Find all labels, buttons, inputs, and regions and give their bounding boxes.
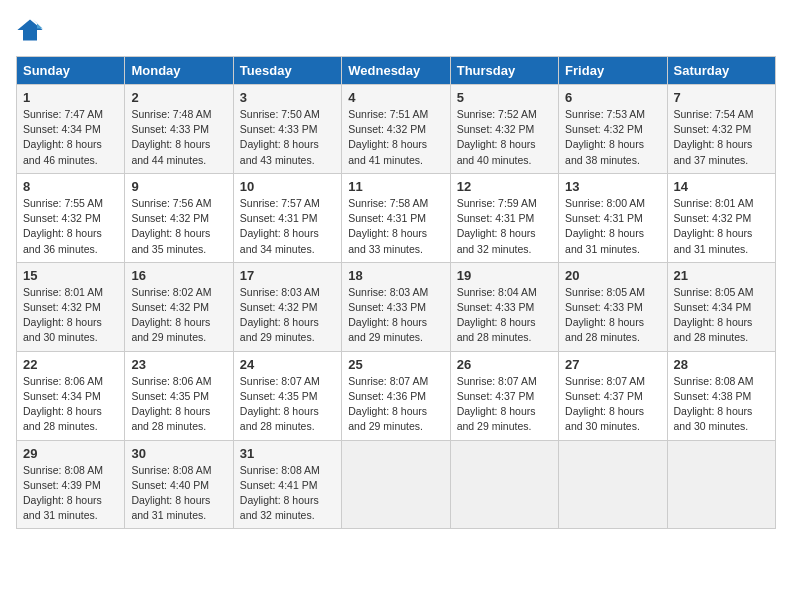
day-number: 25: [348, 357, 443, 372]
calendar-cell: 30Sunrise: 8:08 AMSunset: 4:40 PMDayligh…: [125, 440, 233, 529]
calendar-cell: [667, 440, 775, 529]
cell-content: Sunrise: 7:52 AMSunset: 4:32 PMDaylight:…: [457, 107, 552, 168]
calendar-cell: 2Sunrise: 7:48 AMSunset: 4:33 PMDaylight…: [125, 85, 233, 174]
day-number: 28: [674, 357, 769, 372]
day-number: 16: [131, 268, 226, 283]
day-number: 19: [457, 268, 552, 283]
day-number: 17: [240, 268, 335, 283]
logo-icon: [16, 16, 44, 44]
day-number: 14: [674, 179, 769, 194]
header-cell: Friday: [559, 57, 667, 85]
cell-content: Sunrise: 8:04 AMSunset: 4:33 PMDaylight:…: [457, 285, 552, 346]
calendar-cell: 29Sunrise: 8:08 AMSunset: 4:39 PMDayligh…: [17, 440, 125, 529]
cell-content: Sunrise: 8:07 AMSunset: 4:37 PMDaylight:…: [565, 374, 660, 435]
day-number: 26: [457, 357, 552, 372]
cell-content: Sunrise: 7:56 AMSunset: 4:32 PMDaylight:…: [131, 196, 226, 257]
calendar-cell: 13Sunrise: 8:00 AMSunset: 4:31 PMDayligh…: [559, 173, 667, 262]
day-number: 23: [131, 357, 226, 372]
calendar-cell: 31Sunrise: 8:08 AMSunset: 4:41 PMDayligh…: [233, 440, 341, 529]
cell-content: Sunrise: 7:48 AMSunset: 4:33 PMDaylight:…: [131, 107, 226, 168]
calendar-cell: 12Sunrise: 7:59 AMSunset: 4:31 PMDayligh…: [450, 173, 558, 262]
cell-content: Sunrise: 8:03 AMSunset: 4:33 PMDaylight:…: [348, 285, 443, 346]
cell-content: Sunrise: 8:08 AMSunset: 4:38 PMDaylight:…: [674, 374, 769, 435]
calendar-cell: 18Sunrise: 8:03 AMSunset: 4:33 PMDayligh…: [342, 262, 450, 351]
day-number: 9: [131, 179, 226, 194]
week-row: 15Sunrise: 8:01 AMSunset: 4:32 PMDayligh…: [17, 262, 776, 351]
cell-content: Sunrise: 8:07 AMSunset: 4:35 PMDaylight:…: [240, 374, 335, 435]
calendar-cell: 6Sunrise: 7:53 AMSunset: 4:32 PMDaylight…: [559, 85, 667, 174]
calendar-cell: 19Sunrise: 8:04 AMSunset: 4:33 PMDayligh…: [450, 262, 558, 351]
header-cell: Thursday: [450, 57, 558, 85]
day-number: 18: [348, 268, 443, 283]
cell-content: Sunrise: 8:06 AMSunset: 4:35 PMDaylight:…: [131, 374, 226, 435]
calendar-cell: 14Sunrise: 8:01 AMSunset: 4:32 PMDayligh…: [667, 173, 775, 262]
calendar-table: SundayMondayTuesdayWednesdayThursdayFrid…: [16, 56, 776, 529]
cell-content: Sunrise: 8:07 AMSunset: 4:37 PMDaylight:…: [457, 374, 552, 435]
cell-content: Sunrise: 8:08 AMSunset: 4:40 PMDaylight:…: [131, 463, 226, 524]
header-cell: Tuesday: [233, 57, 341, 85]
day-number: 6: [565, 90, 660, 105]
day-number: 20: [565, 268, 660, 283]
svg-marker-0: [17, 20, 42, 41]
day-number: 30: [131, 446, 226, 461]
calendar-cell: 21Sunrise: 8:05 AMSunset: 4:34 PMDayligh…: [667, 262, 775, 351]
day-number: 29: [23, 446, 118, 461]
cell-content: Sunrise: 8:06 AMSunset: 4:34 PMDaylight:…: [23, 374, 118, 435]
day-number: 7: [674, 90, 769, 105]
calendar-cell: [559, 440, 667, 529]
header-row: SundayMondayTuesdayWednesdayThursdayFrid…: [17, 57, 776, 85]
day-number: 15: [23, 268, 118, 283]
logo: [16, 16, 48, 44]
cell-content: Sunrise: 8:08 AMSunset: 4:41 PMDaylight:…: [240, 463, 335, 524]
calendar-cell: 22Sunrise: 8:06 AMSunset: 4:34 PMDayligh…: [17, 351, 125, 440]
cell-content: Sunrise: 7:53 AMSunset: 4:32 PMDaylight:…: [565, 107, 660, 168]
week-row: 1Sunrise: 7:47 AMSunset: 4:34 PMDaylight…: [17, 85, 776, 174]
calendar-cell: 28Sunrise: 8:08 AMSunset: 4:38 PMDayligh…: [667, 351, 775, 440]
cell-content: Sunrise: 7:54 AMSunset: 4:32 PMDaylight:…: [674, 107, 769, 168]
calendar-cell: [342, 440, 450, 529]
day-number: 10: [240, 179, 335, 194]
cell-content: Sunrise: 7:58 AMSunset: 4:31 PMDaylight:…: [348, 196, 443, 257]
calendar-cell: 9Sunrise: 7:56 AMSunset: 4:32 PMDaylight…: [125, 173, 233, 262]
day-number: 21: [674, 268, 769, 283]
calendar-cell: 11Sunrise: 7:58 AMSunset: 4:31 PMDayligh…: [342, 173, 450, 262]
calendar-cell: 27Sunrise: 8:07 AMSunset: 4:37 PMDayligh…: [559, 351, 667, 440]
day-number: 12: [457, 179, 552, 194]
cell-content: Sunrise: 8:07 AMSunset: 4:36 PMDaylight:…: [348, 374, 443, 435]
day-number: 11: [348, 179, 443, 194]
cell-content: Sunrise: 8:08 AMSunset: 4:39 PMDaylight:…: [23, 463, 118, 524]
day-number: 22: [23, 357, 118, 372]
calendar-cell: 15Sunrise: 8:01 AMSunset: 4:32 PMDayligh…: [17, 262, 125, 351]
cell-content: Sunrise: 8:00 AMSunset: 4:31 PMDaylight:…: [565, 196, 660, 257]
header-cell: Wednesday: [342, 57, 450, 85]
calendar-cell: [450, 440, 558, 529]
header-cell: Sunday: [17, 57, 125, 85]
cell-content: Sunrise: 8:01 AMSunset: 4:32 PMDaylight:…: [23, 285, 118, 346]
cell-content: Sunrise: 8:01 AMSunset: 4:32 PMDaylight:…: [674, 196, 769, 257]
calendar-cell: 7Sunrise: 7:54 AMSunset: 4:32 PMDaylight…: [667, 85, 775, 174]
calendar-cell: 17Sunrise: 8:03 AMSunset: 4:32 PMDayligh…: [233, 262, 341, 351]
week-row: 22Sunrise: 8:06 AMSunset: 4:34 PMDayligh…: [17, 351, 776, 440]
calendar-cell: 16Sunrise: 8:02 AMSunset: 4:32 PMDayligh…: [125, 262, 233, 351]
day-number: 24: [240, 357, 335, 372]
day-number: 31: [240, 446, 335, 461]
cell-content: Sunrise: 7:50 AMSunset: 4:33 PMDaylight:…: [240, 107, 335, 168]
day-number: 8: [23, 179, 118, 194]
cell-content: Sunrise: 7:47 AMSunset: 4:34 PMDaylight:…: [23, 107, 118, 168]
calendar-cell: 26Sunrise: 8:07 AMSunset: 4:37 PMDayligh…: [450, 351, 558, 440]
cell-content: Sunrise: 7:51 AMSunset: 4:32 PMDaylight:…: [348, 107, 443, 168]
day-number: 27: [565, 357, 660, 372]
cell-content: Sunrise: 8:05 AMSunset: 4:34 PMDaylight:…: [674, 285, 769, 346]
calendar-cell: 10Sunrise: 7:57 AMSunset: 4:31 PMDayligh…: [233, 173, 341, 262]
week-row: 8Sunrise: 7:55 AMSunset: 4:32 PMDaylight…: [17, 173, 776, 262]
calendar-cell: 8Sunrise: 7:55 AMSunset: 4:32 PMDaylight…: [17, 173, 125, 262]
calendar-cell: 3Sunrise: 7:50 AMSunset: 4:33 PMDaylight…: [233, 85, 341, 174]
day-number: 5: [457, 90, 552, 105]
cell-content: Sunrise: 7:59 AMSunset: 4:31 PMDaylight:…: [457, 196, 552, 257]
cell-content: Sunrise: 8:05 AMSunset: 4:33 PMDaylight:…: [565, 285, 660, 346]
cell-content: Sunrise: 8:02 AMSunset: 4:32 PMDaylight:…: [131, 285, 226, 346]
calendar-cell: 5Sunrise: 7:52 AMSunset: 4:32 PMDaylight…: [450, 85, 558, 174]
cell-content: Sunrise: 7:57 AMSunset: 4:31 PMDaylight:…: [240, 196, 335, 257]
week-row: 29Sunrise: 8:08 AMSunset: 4:39 PMDayligh…: [17, 440, 776, 529]
day-number: 4: [348, 90, 443, 105]
